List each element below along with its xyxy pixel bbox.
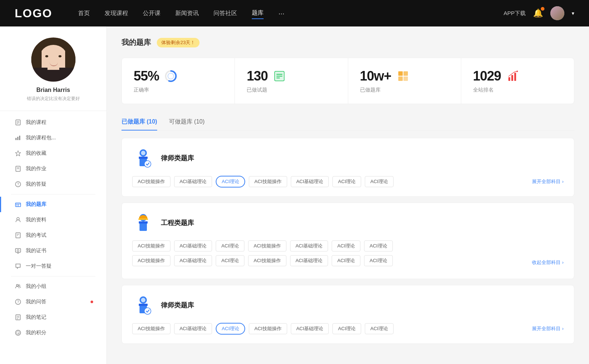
- sidebar-label-exam: 我的考试: [26, 232, 46, 239]
- tag-2-active[interactable]: ACI理论: [216, 176, 245, 188]
- note-icon: [15, 314, 21, 321]
- sidebar-item-points[interactable]: ★ 我的积分: [0, 325, 106, 340]
- main-content: 我的题库 体验剩余23天！ 55% 正确率: [107, 26, 589, 364]
- svg-point-56: [144, 161, 151, 167]
- tags-row-lawyer-1: ACI技能操作 ACI基础理论 ACI理论 ACI技能操作 ACI基础理论 AC…: [132, 176, 394, 188]
- logo[interactable]: LOGO: [15, 7, 52, 20]
- tag-0[interactable]: ACI技能操作: [132, 176, 170, 187]
- l2-tag-5[interactable]: ACI理论: [332, 323, 361, 334]
- stat-done-banks: 10w+ 已做题库: [348, 58, 461, 104]
- eng-tag-r1-6[interactable]: ACI理论: [364, 240, 393, 251]
- collapse-link-engineer[interactable]: 收起全部科目 ›: [532, 259, 564, 266]
- eng-tag-r2-2[interactable]: ACI理论: [216, 255, 244, 266]
- eng-tag-r1-0[interactable]: ACI技能操作: [132, 240, 170, 251]
- star-icon: [15, 150, 21, 157]
- eng-tag-r1-1[interactable]: ACI基础理论: [174, 240, 212, 251]
- qbank-card-lawyer-1: 律师类题库 ACI技能操作 ACI基础理论 ACI理论 ACI技能操作 ACI基…: [121, 138, 574, 197]
- nav-qa[interactable]: 问答社区: [214, 8, 237, 19]
- tab-available[interactable]: 可做题库 (10): [169, 114, 205, 130]
- eng-tag-r1-5[interactable]: ACI理论: [332, 240, 360, 251]
- l2-tag-2-active[interactable]: ACI理论: [216, 323, 245, 335]
- chart-icon: [15, 135, 21, 141]
- l2-tag-6[interactable]: ACI理论: [365, 323, 394, 334]
- sidebar-item-favorites[interactable]: 我的收藏: [0, 146, 106, 161]
- sidebar-item-1on1[interactable]: 一对一答疑: [0, 258, 106, 274]
- sidebar-item-group[interactable]: 我的小组: [0, 279, 106, 294]
- sidebar-item-exam[interactable]: 我的考试: [0, 228, 106, 243]
- svg-point-38: [168, 73, 174, 79]
- expand-link-lawyer-1[interactable]: 展开全部科目 ›: [532, 178, 564, 185]
- svg-rect-46: [398, 76, 403, 81]
- nav-more[interactable]: ···: [278, 8, 285, 19]
- profile-motto: 错误的决定比没有决定要好: [27, 96, 80, 102]
- eng-tag-r1-3[interactable]: ACI技能操作: [248, 240, 286, 251]
- svg-rect-21: [15, 249, 21, 252]
- svg-point-66: [144, 308, 151, 314]
- app-download-button[interactable]: APP下载: [504, 10, 526, 17]
- doc-icon: [15, 165, 21, 172]
- tags-row-engineer-1: ACI技能操作 ACI基础理论 ACI理论 ACI技能操作 ACI基础理论 AC…: [132, 240, 564, 251]
- eng-tag-r2-6[interactable]: ACI理论: [364, 255, 393, 266]
- sidebar-label-1on1: 一对一答疑: [26, 263, 52, 270]
- sidebar-item-myqa[interactable]: ? 我的问答: [0, 294, 106, 310]
- sidebar-item-notes[interactable]: 我的笔记: [0, 310, 106, 325]
- sidebar: Brian Harris 错误的决定比没有决定要好 我的课程 我的课程包...: [0, 26, 107, 364]
- account-chevron-icon[interactable]: ▾: [572, 10, 574, 16]
- svg-text:★: ★: [17, 332, 19, 334]
- stat-done-questions: 130 已做试题: [235, 58, 348, 104]
- tag-1[interactable]: ACI基础理论: [174, 176, 212, 187]
- l2-tag-3[interactable]: ACI技能操作: [249, 323, 287, 334]
- sidebar-item-homework[interactable]: 我的作业: [0, 161, 106, 176]
- l2-tag-1[interactable]: ACI基础理论: [174, 323, 212, 334]
- tags-row-lawyer-2: ACI技能操作 ACI基础理论 ACI理论 ACI技能操作 ACI基础理论 AC…: [132, 323, 394, 335]
- bar-icon: [506, 69, 519, 83]
- page-header: 我的题库 体验剩余23天！: [121, 38, 574, 47]
- profile-name: Brian Harris: [36, 87, 70, 93]
- avatar[interactable]: [550, 6, 564, 20]
- eng-tag-r1-2[interactable]: ACI理论: [216, 240, 244, 251]
- l2-tag-4[interactable]: ACI基础理论: [291, 323, 329, 334]
- eng-tag-r2-3[interactable]: ACI技能操作: [248, 255, 286, 266]
- eng-tag-r1-4[interactable]: ACI基础理论: [290, 240, 328, 251]
- nav-right: APP下载 🔔 ▾: [504, 6, 574, 20]
- tab-done[interactable]: 已做题库 (10): [121, 114, 157, 130]
- sidebar-item-qbank[interactable]: 我的题库: [0, 197, 106, 212]
- file-icon: [15, 119, 21, 126]
- coin-icon: ★: [15, 329, 21, 336]
- qbank-name-lawyer-1: 律师类题库: [161, 154, 194, 163]
- sidebar-label-group: 我的小组: [26, 283, 46, 290]
- nav-opencourse[interactable]: 公开课: [143, 8, 161, 19]
- sidebar-item-course[interactable]: 我的课程: [0, 115, 106, 130]
- sidebar-item-cert[interactable]: 我的证书: [0, 243, 106, 258]
- svg-rect-6: [19, 136, 20, 140]
- notification-bell[interactable]: 🔔: [533, 8, 543, 18]
- nav-discover[interactable]: 发现课程: [105, 8, 128, 19]
- eng-tag-r2-0[interactable]: ACI技能操作: [132, 255, 170, 266]
- engineer-icon: [132, 212, 154, 234]
- profile-avatar[interactable]: [31, 38, 75, 82]
- user-icon: [15, 217, 21, 223]
- sidebar-item-ask[interactable]: ? 我的答疑: [0, 176, 106, 192]
- main-layout: Brian Harris 错误的决定比没有决定要好 我的课程 我的课程包...: [0, 26, 589, 364]
- stat-done-banks-value: 10w+: [360, 68, 391, 84]
- qbank-list: 律师类题库 ACI技能操作 ACI基础理论 ACI理论 ACI技能操作 ACI基…: [121, 138, 574, 344]
- eng-tag-r2-5[interactable]: ACI理论: [332, 255, 360, 266]
- qmark-icon: ?: [15, 299, 21, 305]
- l2-tag-0[interactable]: ACI技能操作: [132, 323, 170, 334]
- nav-news[interactable]: 新闻资讯: [175, 8, 199, 19]
- nav-qbank[interactable]: 题库: [252, 8, 264, 19]
- sidebar-item-profile[interactable]: 我的资料: [0, 212, 106, 228]
- sidebar-label-cert: 我的证书: [26, 247, 46, 254]
- tag-3[interactable]: ACI技能操作: [249, 176, 287, 187]
- pie-icon: [164, 69, 177, 83]
- tag-6[interactable]: ACI理论: [365, 176, 394, 187]
- eng-tag-r2-1[interactable]: ACI基础理论: [174, 255, 212, 266]
- eng-tag-r2-4[interactable]: ACI基础理论: [290, 255, 328, 266]
- nav-home[interactable]: 首页: [78, 8, 90, 19]
- top-nav: LOGO 首页 发现课程 公开课 新闻资讯 问答社区 题库 ··· APP下载 …: [0, 0, 589, 26]
- stat-rank-label: 全站排名: [473, 87, 562, 93]
- sidebar-item-package[interactable]: 我的课程包...: [0, 130, 106, 146]
- tag-5[interactable]: ACI理论: [332, 176, 361, 187]
- tag-4[interactable]: ACI基础理论: [291, 176, 329, 187]
- expand-link-lawyer-2[interactable]: 展开全部科目 ›: [532, 325, 564, 332]
